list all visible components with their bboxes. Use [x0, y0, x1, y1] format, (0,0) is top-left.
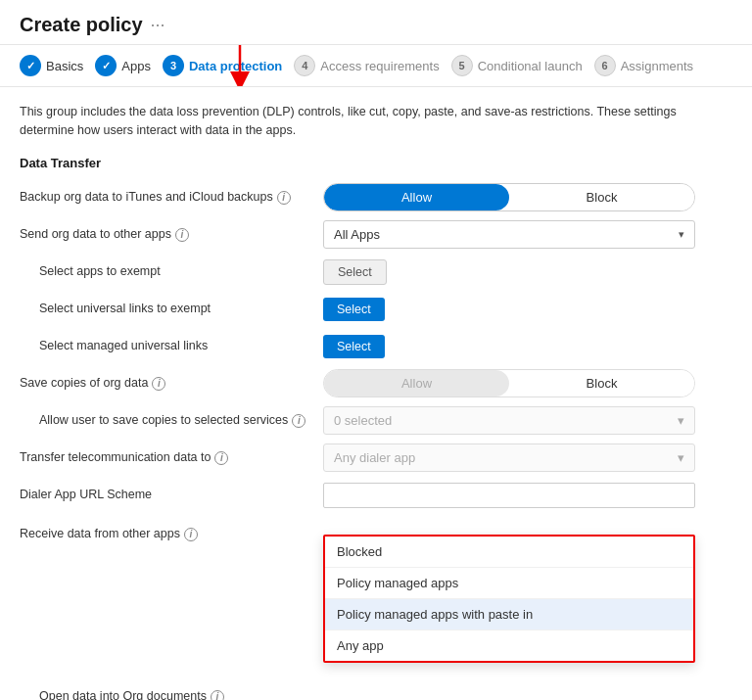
select-universal-links-control: Select [323, 298, 732, 321]
select-apps-exempt-row: Select apps to exempt Select [20, 255, 732, 290]
step-circle-apps: ✓ [95, 55, 117, 76]
receive-data-info-icon[interactable]: i [184, 528, 198, 541]
wizard-nav: ✓ Basics ✓ Apps 3 Data protection 4 Acce… [0, 45, 752, 87]
receive-data-label: Receive data from other apps i [20, 526, 323, 541]
step-circle-access: 4 [294, 55, 315, 76]
step-label-conditional: Conditional launch [478, 59, 583, 73]
backup-org-row: Backup org data to iTunes and iCloud bac… [20, 180, 732, 215]
transfer-telecom-control: Any dialer app ▾ [323, 443, 732, 472]
send-org-info-icon[interactable]: i [175, 228, 189, 242]
step-circle-basics: ✓ [20, 55, 41, 76]
transfer-telecom-label: Transfer telecommunication data to i [20, 449, 323, 465]
dropdown-item-any-app[interactable]: Any app [325, 630, 693, 661]
send-org-chevron-icon: ▾ [679, 228, 684, 241]
transfer-telecom-row: Transfer telecommunication data to i Any… [20, 441, 732, 476]
page-header: Create policy ··· [0, 0, 752, 45]
save-copies-row: Save copies of org data i Allow Block [20, 366, 732, 401]
page-title-ellipsis: ··· [151, 15, 165, 35]
receive-data-row: Receive data from other apps i Blocked P… [20, 517, 732, 552]
select-managed-universal-row: Select managed universal links Select [20, 329, 732, 364]
dialer-url-row: Dialer App URL Scheme [20, 478, 732, 513]
data-transfer-section-title: Data Transfer [20, 156, 732, 170]
backup-allow-option[interactable]: Allow [324, 184, 509, 210]
send-org-control: All Apps ▾ [323, 220, 732, 249]
top-red-arrow-icon [211, 45, 269, 87]
dialer-url-control [323, 483, 732, 508]
wizard-step-assignments[interactable]: 6 Assignments [594, 55, 693, 76]
allow-user-save-info-icon[interactable]: i [292, 414, 306, 428]
save-copies-label: Save copies of org data i [20, 375, 323, 391]
select-universal-links-button[interactable]: Select [323, 298, 385, 321]
open-data-org-info-icon[interactable]: i [211, 690, 224, 701]
open-data-org-row: Open data into Org documents i [20, 679, 732, 701]
allow-user-save-control: 0 selected ▾ [323, 406, 732, 435]
select-apps-exempt-button[interactable]: Select [323, 259, 387, 285]
dialer-url-label: Dialer App URL Scheme [20, 487, 323, 502]
page-title: Create policy [20, 14, 143, 36]
select-managed-universal-label: Select managed universal links [20, 338, 323, 353]
backup-org-control: Allow Block [323, 183, 732, 211]
select-apps-exempt-control: Select [323, 259, 732, 285]
select-universal-links-row: Select universal links to exempt Select [20, 292, 732, 327]
allow-user-save-chevron-icon: ▾ [678, 413, 684, 428]
transfer-telecom-dropdown[interactable]: Any dialer app ▾ [323, 443, 695, 472]
main-content: This group includes the data loss preven… [0, 87, 752, 700]
wizard-step-access[interactable]: 4 Access requirements [294, 55, 439, 76]
select-universal-links-label: Select universal links to exempt [20, 301, 323, 316]
wizard-step-conditional[interactable]: 5 Conditional launch [451, 55, 583, 76]
allow-user-save-row: Allow user to save copies to selected se… [20, 403, 732, 439]
step-circle-data-protection: 3 [163, 55, 184, 76]
allow-user-save-value: 0 selected [334, 413, 392, 428]
select-managed-universal-button[interactable]: Select [323, 335, 385, 358]
save-copies-control: Allow Block [323, 369, 732, 397]
receive-data-dropdown-panel: Blocked Policy managed apps Policy manag… [323, 535, 695, 663]
save-copies-allow-option[interactable]: Allow [324, 370, 509, 397]
select-apps-exempt-label: Select apps to exempt [20, 263, 323, 279]
transfer-telecom-chevron-icon: ▾ [678, 450, 684, 465]
dropdown-item-policy-managed-paste[interactable]: Policy managed apps with paste in [325, 599, 693, 630]
step-label-apps: Apps [121, 59, 151, 73]
allow-user-save-label: Allow user to save copies to selected se… [20, 412, 323, 428]
step-label-basics: Basics [46, 59, 83, 73]
save-copies-block-option[interactable]: Block [509, 370, 694, 397]
send-org-row: Send org data to other apps i All Apps ▾ [20, 217, 732, 253]
save-copies-info-icon[interactable]: i [152, 377, 165, 391]
wizard-step-basics[interactable]: ✓ Basics [20, 55, 83, 76]
send-org-dropdown-value: All Apps [334, 227, 380, 242]
save-copies-toggle[interactable]: Allow Block [323, 369, 695, 397]
backup-block-option[interactable]: Block [509, 184, 694, 210]
dropdown-item-blocked[interactable]: Blocked [325, 537, 693, 568]
step-label-access: Access requirements [320, 59, 439, 73]
transfer-telecom-value: Any dialer app [334, 450, 415, 465]
transfer-telecom-info-icon[interactable]: i [214, 451, 228, 465]
allow-user-save-dropdown[interactable]: 0 selected ▾ [323, 406, 695, 435]
step-circle-assignments: 6 [594, 55, 616, 76]
send-org-dropdown[interactable]: All Apps ▾ [323, 220, 695, 249]
backup-org-info-icon[interactable]: i [277, 191, 291, 205]
dialer-url-input[interactable] [323, 483, 695, 508]
description-text: This group includes the data loss preven… [20, 103, 732, 140]
backup-org-toggle[interactable]: Allow Block [323, 183, 695, 211]
wizard-step-apps[interactable]: ✓ Apps [95, 55, 151, 76]
open-data-org-label: Open data into Org documents i [20, 688, 323, 700]
send-org-label: Send org data to other apps i [20, 226, 323, 242]
step-circle-conditional: 5 [451, 55, 473, 76]
step-label-assignments: Assignments [621, 59, 693, 73]
backup-org-label: Backup org data to iTunes and iCloud bac… [20, 189, 323, 205]
dropdown-item-policy-managed[interactable]: Policy managed apps [325, 568, 693, 599]
select-managed-universal-control: Select [323, 335, 732, 358]
